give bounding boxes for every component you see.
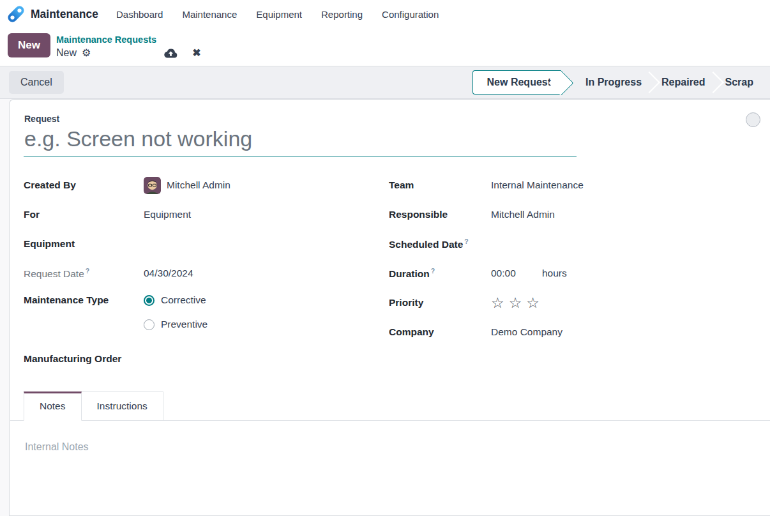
menu-dashboard[interactable]: Dashboard xyxy=(116,9,163,20)
field-team: Team Internal Maintenance xyxy=(389,171,753,200)
discard-close-icon[interactable]: ✖ xyxy=(192,48,200,58)
priority-label: Priority xyxy=(389,297,491,308)
chevron-right-icon xyxy=(638,72,660,93)
scheduled-date-label: Scheduled Date? xyxy=(389,238,491,250)
radio-preventive[interactable]: Preventive xyxy=(144,312,208,337)
field-created-by: Created By Mitchell Admin xyxy=(24,171,389,200)
breadcrumb-current: New xyxy=(56,47,77,59)
form-sheet: Request Created By xyxy=(9,99,770,516)
right-column: Team Internal Maintenance Responsible Mi… xyxy=(389,171,753,374)
top-navbar: Maintenance Dashboard Maintenance Equipm… xyxy=(0,0,770,28)
gear-icon[interactable]: ⚙ xyxy=(82,48,91,58)
field-priority: Priority ☆ ☆ ☆ xyxy=(389,288,753,317)
request-date-value[interactable]: 04/30/2024 xyxy=(144,268,193,279)
statusbar: Cancel New Request In Progress Repaired … xyxy=(0,66,770,99)
radio-unchecked-icon[interactable] xyxy=(144,319,155,330)
star-empty-icon[interactable]: ☆ xyxy=(491,296,504,310)
cancel-button[interactable]: Cancel xyxy=(9,71,64,94)
request-field-label: Request xyxy=(24,114,753,124)
for-value[interactable]: Equipment xyxy=(144,209,191,220)
internal-notes-editor[interactable]: Internal Notes xyxy=(24,421,753,498)
priority-stars[interactable]: ☆ ☆ ☆ xyxy=(491,296,540,310)
field-duration: Duration? 00:00 hours xyxy=(389,259,753,288)
menu-reporting[interactable]: Reporting xyxy=(321,9,363,20)
menu-equipment[interactable]: Equipment xyxy=(256,9,302,20)
equipment-label: Equipment xyxy=(24,238,144,250)
field-maintenance-type: Maintenance Type Corrective Preventive xyxy=(24,288,389,337)
duration-unit: hours xyxy=(542,268,567,279)
for-label: For xyxy=(24,209,144,220)
star-empty-icon[interactable]: ☆ xyxy=(509,296,522,310)
menu-configuration[interactable]: Configuration xyxy=(382,9,439,20)
request-input[interactable] xyxy=(24,124,577,156)
stage-pipeline: New Request In Progress Repaired Scrap xyxy=(472,70,761,95)
breadcrumb: Maintenance Requests New ⚙ ✖ xyxy=(56,33,201,59)
internal-notes-placeholder: Internal Notes xyxy=(25,441,753,453)
team-value[interactable]: Internal Maintenance xyxy=(491,179,584,191)
created-by-label: Created By xyxy=(24,179,144,191)
field-company: Company Demo Company xyxy=(389,317,753,347)
corrective-label: Corrective xyxy=(161,294,206,306)
left-column: Created By Mitchell Admin xyxy=(24,171,389,374)
menu-maintenance[interactable]: Maintenance xyxy=(182,9,237,20)
duration-label: Duration? xyxy=(389,267,491,280)
notebook-tabs: Notes Instructions xyxy=(10,391,770,421)
duration-value[interactable]: 00:00 xyxy=(491,268,542,279)
app-name[interactable]: Maintenance xyxy=(31,8,98,21)
help-icon: ? xyxy=(86,267,89,275)
company-label: Company xyxy=(389,326,491,338)
created-by-name: Mitchell Admin xyxy=(167,179,230,191)
field-manufacturing-order: Manufacturing Order xyxy=(24,344,389,374)
team-label: Team xyxy=(389,179,491,191)
new-button[interactable]: New xyxy=(8,33,50,57)
control-panel: New Maintenance Requests New ⚙ ✖ xyxy=(0,28,770,66)
created-by-value[interactable]: Mitchell Admin xyxy=(144,177,230,194)
field-for: For Equipment xyxy=(24,200,389,229)
chevron-right-icon xyxy=(702,72,724,93)
maintenance-app-icon[interactable] xyxy=(8,6,24,22)
preventive-label: Preventive xyxy=(161,319,208,330)
kanban-state-icon[interactable] xyxy=(746,112,760,127)
field-grid: Created By Mitchell Admin xyxy=(24,171,753,374)
maintenance-type-label: Maintenance Type xyxy=(24,288,144,306)
field-scheduled-date: Scheduled Date? xyxy=(389,229,753,259)
help-icon: ? xyxy=(464,238,468,245)
field-request-date: Request Date? 04/30/2024 xyxy=(24,259,389,288)
breadcrumb-parent-link[interactable]: Maintenance Requests xyxy=(56,34,156,45)
stage-new-request[interactable]: New Request xyxy=(472,70,561,95)
cloud-save-icon[interactable] xyxy=(163,48,178,59)
request-date-label: Request Date? xyxy=(24,267,144,280)
tab-instructions[interactable]: Instructions xyxy=(82,391,163,421)
radio-checked-icon[interactable] xyxy=(144,295,155,306)
user-avatar xyxy=(144,177,161,194)
main-menu: Dashboard Maintenance Equipment Reportin… xyxy=(116,9,458,20)
responsible-value[interactable]: Mitchell Admin xyxy=(491,209,555,220)
radio-corrective[interactable]: Corrective xyxy=(144,288,208,312)
star-empty-icon[interactable]: ☆ xyxy=(526,296,540,310)
manufacturing-order-label: Manufacturing Order xyxy=(24,353,144,365)
tab-notes[interactable]: Notes xyxy=(24,391,82,421)
company-value[interactable]: Demo Company xyxy=(491,326,562,338)
field-responsible: Responsible Mitchell Admin xyxy=(389,200,753,229)
content-background: Request Created By xyxy=(0,99,770,516)
field-equipment: Equipment xyxy=(24,229,389,259)
help-icon: ? xyxy=(431,267,435,275)
responsible-label: Responsible xyxy=(389,209,491,220)
